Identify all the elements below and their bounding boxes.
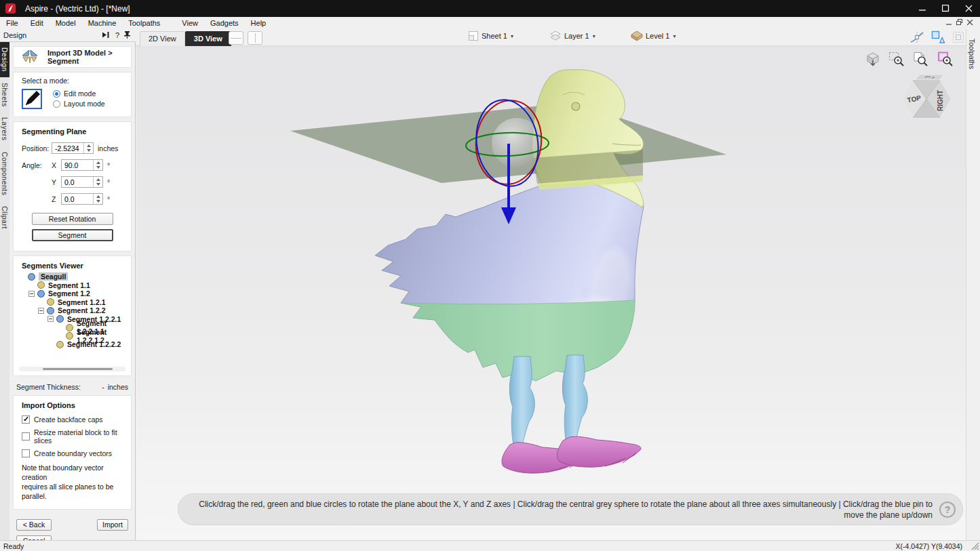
tree-item-label[interactable]: Segment 1.1: [48, 281, 90, 289]
menu-file[interactable]: File: [0, 18, 24, 28]
collapse-icon[interactable]: [47, 316, 54, 322]
layout-mode-radio[interactable]: [53, 100, 60, 108]
tree-row[interactable]: Segment 1.1: [18, 281, 131, 290]
tree-row[interactable]: Segment 1.2.2: [18, 306, 131, 315]
maximize-button[interactable]: [934, 0, 957, 17]
layer-dropdown[interactable]: Layer 1▾: [550, 30, 595, 41]
sidetab-components[interactable]: Components: [0, 146, 9, 201]
sidetab-design[interactable]: Design: [0, 42, 9, 77]
layout-mode-option[interactable]: Layout mode: [53, 100, 105, 108]
menu-help[interactable]: Help: [245, 18, 273, 28]
angle-z-input[interactable]: [62, 194, 93, 204]
3d-scene[interactable]: [136, 46, 966, 540]
tree-item-label[interactable]: Segment 1.2.2.2: [67, 340, 121, 348]
resize-grip[interactable]: [971, 542, 979, 550]
segment-thickness-units: inches: [108, 383, 128, 391]
mdi-restore-icon[interactable]: [956, 19, 963, 27]
mdi-close-icon[interactable]: [967, 19, 973, 27]
angle-y-spinner[interactable]: [61, 176, 103, 188]
sheet-dropdown[interactable]: Sheet 1▾: [468, 30, 513, 41]
split-horizontal-icon[interactable]: [229, 31, 243, 45]
position-down-icon[interactable]: [84, 148, 93, 154]
angle-x-input[interactable]: [62, 160, 93, 170]
boundary-vectors-checkbox[interactable]: [22, 449, 30, 457]
edit-mode-option[interactable]: Edit mode: [53, 89, 105, 98]
reset-rotation-button[interactable]: Reset Rotation: [32, 213, 113, 225]
tree-row[interactable]: Segment 1.2: [18, 289, 131, 298]
resize-block-checkbox[interactable]: [22, 432, 30, 441]
menu-gadgets[interactable]: Gadgets: [204, 18, 245, 28]
segment-button[interactable]: Segment: [32, 229, 113, 241]
tree-item-label[interactable]: Segment 1.2.2: [58, 306, 106, 314]
zoom-material-icon[interactable]: [937, 52, 954, 68]
level-dropdown[interactable]: Level 1▾: [631, 30, 676, 41]
autohide-panel-icon[interactable]: [102, 31, 111, 40]
angle-z-down-icon[interactable]: [94, 199, 102, 205]
tree-horizontal-scrollbar[interactable]: [19, 367, 125, 371]
import-button[interactable]: Import: [97, 519, 128, 531]
resize-block-option[interactable]: Resize material block to fit slices: [22, 428, 131, 445]
position-up-icon[interactable]: [84, 143, 93, 148]
angle-z-up-icon[interactable]: [94, 194, 102, 199]
sidetab-clipart[interactable]: Clipart: [0, 201, 9, 234]
snap-node-edit-icon[interactable]: [909, 30, 924, 45]
angle-x-down-icon[interactable]: [94, 165, 102, 171]
menu-edit[interactable]: Edit: [24, 18, 50, 28]
angle-y-up-icon[interactable]: [94, 177, 102, 182]
seagull-eye: [572, 102, 580, 110]
view-cube[interactable]: TOP RIGHT: [899, 72, 954, 122]
menu-machine[interactable]: Machine: [82, 18, 123, 28]
boundary-vectors-option[interactable]: Create boundary vectors: [22, 449, 131, 457]
edit-mode-radio[interactable]: [53, 90, 60, 98]
tree-row[interactable]: Seagull: [18, 272, 131, 281]
z-degree-symbol: °: [107, 195, 110, 203]
grid-snap-icon[interactable]: [952, 30, 965, 45]
zoom-drawing-icon[interactable]: [913, 52, 929, 68]
tree-row[interactable]: Segment 1.2.1: [18, 298, 131, 307]
collapse-icon[interactable]: [38, 308, 44, 314]
collapse-icon[interactable]: [28, 291, 35, 297]
backface-caps-option[interactable]: Create backface caps: [22, 415, 131, 424]
tree-item-label[interactable]: Seagull: [39, 272, 68, 281]
angle-x-spinner[interactable]: [61, 159, 103, 171]
hint-help-icon[interactable]: ?: [939, 502, 956, 518]
boundary-note: Note that boundary vector creation requi…: [22, 463, 123, 502]
position-label: Position:: [22, 144, 52, 152]
pin-panel-icon[interactable]: [124, 31, 130, 40]
zoom-selection-icon[interactable]: [888, 52, 905, 68]
segment-node-icon: [66, 324, 73, 331]
back-button[interactable]: < Back: [16, 519, 52, 531]
angle-y-input[interactable]: [62, 177, 93, 187]
split-vertical-icon[interactable]: [248, 31, 262, 45]
tab-3d-view[interactable]: 3D View: [185, 31, 231, 46]
selection-shapes-icon[interactable]: [930, 30, 945, 45]
menu-view[interactable]: View: [176, 18, 204, 28]
position-input[interactable]: [52, 143, 83, 153]
angle-y-down-icon[interactable]: [94, 182, 102, 188]
backface-caps-label: Create backface caps: [34, 415, 103, 424]
mdi-minimize-icon[interactable]: [946, 19, 952, 27]
minimize-button[interactable]: [911, 0, 934, 17]
menu-toolpaths[interactable]: Toolpaths: [122, 18, 166, 28]
position-units: inches: [98, 144, 118, 152]
tab-2d-view[interactable]: 2D View: [140, 31, 185, 46]
tree-item-label[interactable]: Segment 1.2.1: [58, 298, 106, 306]
tree-row[interactable]: Segment 1.2.2.1.2: [18, 332, 131, 341]
scrollbar-thumb[interactable]: [43, 368, 113, 370]
panel-help-icon[interactable]: ?: [115, 31, 119, 39]
sidetab-sheets[interactable]: Sheets: [0, 77, 9, 113]
tree-row[interactable]: Segment 1.2.2.2: [18, 340, 131, 349]
menu-model[interactable]: Model: [50, 18, 82, 28]
backface-caps-checkbox[interactable]: [22, 415, 30, 424]
position-spinner[interactable]: [52, 142, 94, 154]
angle-x-up-icon[interactable]: [94, 160, 102, 165]
segments-viewer-title: Segments Viewer: [14, 256, 131, 271]
toolpaths-tab[interactable]: Toolpaths: [966, 35, 977, 73]
sidetab-layers[interactable]: Layers: [0, 112, 9, 146]
level-label: Level 1: [646, 32, 669, 40]
tree-item-label[interactable]: Segment 1.2: [48, 289, 90, 298]
angle-z-spinner[interactable]: [61, 193, 103, 205]
3d-viewport[interactable]: TOP RIGHT Click/drag the red, green and …: [136, 46, 966, 540]
close-button[interactable]: [957, 0, 980, 17]
iso-view-icon[interactable]: [865, 52, 880, 68]
